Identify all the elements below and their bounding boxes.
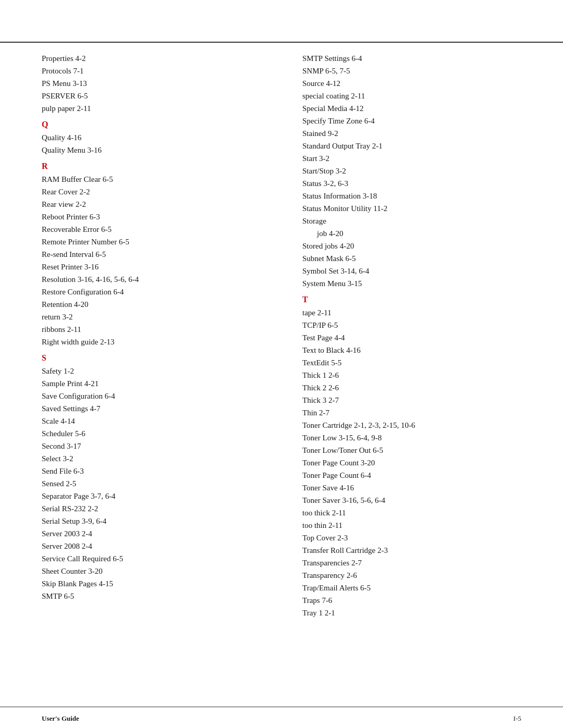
p-section-entries: Properties 4-2 Protocols 7-1 PS Menu 3-1… [42, 52, 261, 115]
entry-toner-saver: Toner Saver 3-16, 5-6, 6-4 [302, 494, 521, 507]
entry-snmp: SNMP 6-5, 7-5 [302, 65, 521, 77]
entry-remote-printer: Remote Printer Number 6-5 [42, 236, 261, 248]
entry-thin: Thin 2-7 [302, 406, 521, 419]
entry-special-media: Special Media 4-12 [302, 102, 521, 115]
entry-toner-low-out: Toner Low/Toner Out 6-5 [302, 444, 521, 456]
entry-transparency: Transparency 2-6 [302, 569, 521, 582]
entry-textedit: TextEdit 5-5 [302, 356, 521, 369]
entry-status-information: Status Information 3-18 [302, 190, 521, 202]
entry-subnet-mask: Subnet Mask 6-5 [302, 252, 521, 265]
entry-select: Select 3-2 [42, 452, 261, 465]
entry-system-menu: System Menu 3-15 [302, 277, 521, 290]
entry-trap-email: Trap/Email Alerts 6-5 [302, 582, 521, 594]
entry-return: return 3-2 [42, 311, 261, 323]
entry-toner-low: Toner Low 3-15, 6-4, 9-8 [302, 431, 521, 444]
entry-toner-save: Toner Save 4-16 [302, 482, 521, 494]
entry-reboot: Reboot Printer 6-3 [42, 211, 261, 223]
page-container: Properties 4-2 Protocols 7-1 PS Menu 3-1… [0, 10, 563, 728]
entry-reset-printer: Reset Printer 3-16 [42, 261, 261, 273]
entry-tape: tape 2-11 [302, 306, 521, 319]
entry-second: Second 3-17 [42, 440, 261, 452]
entry-scale: Scale 4-14 [42, 415, 261, 427]
entry-thick1: Thick 1 2-6 [302, 369, 521, 381]
entry-server-2003: Server 2003 2-4 [42, 527, 261, 540]
entry-serial-rs232: Serial RS-232 2-2 [42, 502, 261, 515]
entry-start-stop: Start/Stop 3-2 [302, 165, 521, 177]
r-section: R RAM Buffer Clear 6-5 Rear Cover 2-2 Re… [42, 162, 261, 348]
entry-too-thick: too thick 2-11 [302, 507, 521, 519]
entry-test-page: Test Page 4-4 [302, 331, 521, 344]
footer-label: User's Guide [42, 714, 79, 723]
entry-restore: Restore Configuration 6-4 [42, 286, 261, 298]
entry-serial-setup: Serial Setup 3-9, 6-4 [42, 515, 261, 527]
entry-sheet-counter: Sheet Counter 3-20 [42, 565, 261, 577]
entry-rear-view: Rear view 2-2 [42, 198, 261, 211]
entry-smtp-settings: SMTP Settings 6-4 [302, 52, 521, 65]
entry-thick2: Thick 2 2-6 [302, 381, 521, 394]
entry-ps-menu: PS Menu 3-13 [42, 77, 261, 90]
entry-toner-cartridge: Toner Cartridge 2-1, 2-3, 2-15, 10-6 [302, 419, 521, 431]
entry-status: Status 3-2, 6-3 [302, 177, 521, 190]
s-section-header: S [42, 353, 261, 363]
entry-separator-page: Separator Page 3-7, 6-4 [42, 490, 261, 502]
entry-safety: Safety 1-2 [42, 365, 261, 377]
entry-stored-jobs: Stored jobs 4-20 [302, 240, 521, 252]
entry-tray1: Tray 1 2-1 [302, 607, 521, 619]
left-column: Properties 4-2 Protocols 7-1 PS Menu 3-1… [42, 52, 282, 623]
entry-text-to-black: Text to Black 4-16 [302, 344, 521, 356]
entry-ribbons: ribbons 2-11 [42, 323, 261, 336]
entry-specify-time-zone: Specify Time Zone 6-4 [302, 115, 521, 127]
entry-pserver: PSERVER 6-5 [42, 90, 261, 102]
entry-status-monitor: Status Monitor Utility 11-2 [302, 202, 521, 215]
entry-scheduler: Scheduler 5-6 [42, 427, 261, 440]
bottom-border [0, 707, 563, 707]
s-section-right: SMTP Settings 6-4 SNMP 6-5, 7-5 Source 4… [302, 52, 521, 290]
entry-stained: Stained 9-2 [302, 127, 521, 140]
r-section-header: R [42, 162, 261, 171]
entry-transfer-roll: Transfer Roll Cartridge 2-3 [302, 544, 521, 557]
entry-storage-job: job 4-20 [302, 227, 521, 240]
q-section: Q Quality 4-16 Quality Menu 3-16 [42, 120, 261, 156]
entry-skip-blank: Skip Blank Pages 4-15 [42, 577, 261, 590]
entry-special-coating: special coating 2-11 [302, 90, 521, 102]
entry-ram-buffer: RAM Buffer Clear 6-5 [42, 173, 261, 186]
entry-sample-print: Sample Print 4-21 [42, 377, 261, 390]
entry-save-config: Save Configuration 6-4 [42, 390, 261, 402]
entry-too-thin: too thin 2-11 [302, 519, 521, 532]
entry-thick3: Thick 3 2-7 [302, 394, 521, 406]
entry-symbol-set: Symbol Set 3-14, 6-4 [302, 265, 521, 277]
footer-page-number: I-5 [513, 714, 521, 723]
entry-recoverable: Recoverable Error 6-5 [42, 223, 261, 236]
entry-server-2008: Server 2008 2-4 [42, 540, 261, 552]
entry-toner-page-count2: Toner Page Count 6-4 [302, 469, 521, 482]
footer: User's Guide I-5 [42, 714, 521, 723]
entry-transparencies: Transparencies 2-7 [302, 557, 521, 569]
t-section-header: T [302, 295, 521, 304]
content-area: Properties 4-2 Protocols 7-1 PS Menu 3-1… [0, 10, 563, 665]
entry-traps: Traps 7-6 [302, 594, 521, 607]
s-section: S Safety 1-2 Sample Print 4-21 Save Conf… [42, 353, 261, 602]
entry-tcpip: TCP/IP 6-5 [302, 319, 521, 331]
entry-top-cover: Top Cover 2-3 [302, 532, 521, 544]
entry-quality-menu: Quality Menu 3-16 [42, 144, 261, 156]
entry-sensed: Sensed 2-5 [42, 477, 261, 490]
q-section-header: Q [42, 120, 261, 129]
entry-retention: Retention 4-20 [42, 298, 261, 311]
entry-saved-settings: Saved Settings 4-7 [42, 402, 261, 415]
entry-resolution: Resolution 3-16, 4-16, 5-6, 6-4 [42, 273, 261, 286]
entry-pulp-paper: pulp paper 2-11 [42, 102, 261, 115]
entry-storage: Storage [302, 215, 521, 227]
entry-source: Source 4-12 [302, 77, 521, 90]
entry-right-width: Right width guide 2-13 [42, 336, 261, 348]
entry-standard-output-tray: Standard Output Tray 2-1 [302, 140, 521, 152]
entry-quality: Quality 4-16 [42, 131, 261, 144]
entry-send-file: Send File 6-3 [42, 465, 261, 477]
t-section: T tape 2-11 TCP/IP 6-5 Test Page 4-4 Tex… [302, 295, 521, 619]
entry-toner-page-count1: Toner Page Count 3-20 [302, 456, 521, 469]
entry-start: Start 3-2 [302, 152, 521, 165]
entry-service-call: Service Call Required 6-5 [42, 552, 261, 565]
entry-resend: Re-send Interval 6-5 [42, 248, 261, 261]
entry-properties: Properties 4-2 [42, 52, 261, 65]
right-column: SMTP Settings 6-4 SNMP 6-5, 7-5 Source 4… [282, 52, 521, 623]
entry-rear-cover: Rear Cover 2-2 [42, 186, 261, 198]
